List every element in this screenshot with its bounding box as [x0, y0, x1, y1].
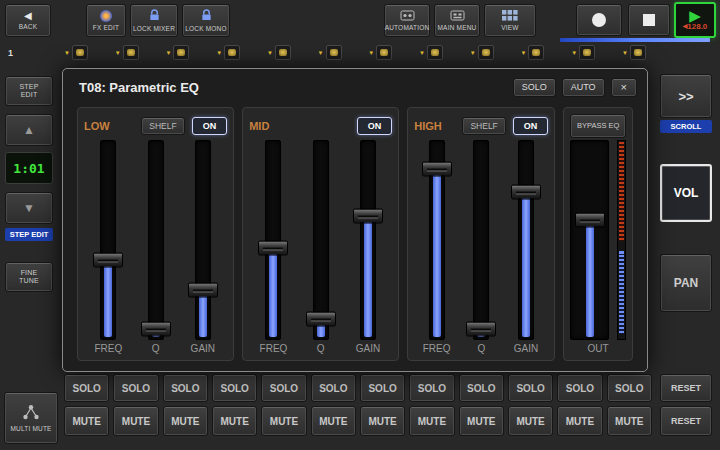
solo-button[interactable]: SOLO [311, 374, 356, 402]
stop-button[interactable] [628, 4, 670, 36]
mute-button[interactable]: MUTE [459, 406, 504, 436]
mute-button[interactable]: MUTE [113, 406, 158, 436]
mid-on-button[interactable]: ON [357, 117, 393, 135]
slider-track[interactable] [570, 140, 609, 340]
solo-button[interactable]: SOLO [360, 374, 405, 402]
solo-button[interactable]: SOLO [212, 374, 257, 402]
slider-handle[interactable] [306, 312, 336, 327]
low-shelf-button[interactable]: SHELF [141, 117, 184, 135]
slider-handle[interactable] [466, 322, 496, 337]
low-on-button[interactable]: ON [192, 117, 228, 135]
slider-handle[interactable] [422, 161, 452, 176]
track-pad[interactable]: ▼ [419, 45, 449, 60]
slider-handle[interactable] [258, 240, 288, 255]
slider-track[interactable] [195, 140, 211, 340]
track-pad[interactable]: ▼ [165, 45, 195, 60]
solo-button[interactable]: SOLO [113, 374, 158, 402]
slider-handle[interactable] [353, 209, 383, 224]
slider-track[interactable] [100, 140, 116, 340]
pan-tab[interactable]: PAN [660, 254, 712, 312]
play-button[interactable]: ▶ ◀128.0 [674, 2, 716, 38]
track-pad[interactable]: ▼ [571, 45, 601, 60]
track-pad[interactable]: ▼ [622, 45, 652, 60]
mid-gain-slider[interactable]: GAIN [345, 140, 391, 356]
track-pad[interactable]: ▼ [267, 45, 297, 60]
step-down-button[interactable]: ▼ [5, 192, 53, 224]
eq-auto-button[interactable]: AUTO [562, 78, 605, 97]
fx-edit-icon [100, 10, 112, 22]
mute-button[interactable]: MUTE [261, 406, 306, 436]
vol-tab-selected[interactable]: VOL [660, 164, 712, 222]
high-shelf-button[interactable]: SHELF [462, 117, 505, 135]
solo-button[interactable]: SOLO [607, 374, 652, 402]
solo-button[interactable]: SOLO [64, 374, 109, 402]
step-up-button[interactable]: ▲ [5, 114, 53, 146]
slider-handle[interactable] [188, 282, 218, 297]
scroll-button[interactable]: >> [660, 74, 712, 118]
mute-button[interactable]: MUTE [607, 406, 652, 436]
low-gain-slider[interactable]: GAIN [180, 140, 226, 356]
solo-button[interactable]: SOLO [557, 374, 602, 402]
step-edit-button[interactable]: STEP EDIT [5, 76, 53, 106]
solo-button[interactable]: SOLO [163, 374, 208, 402]
slider-track[interactable] [518, 140, 534, 340]
slider-track[interactable] [148, 140, 164, 340]
track-pad[interactable]: ▼ [368, 45, 398, 60]
slider-track[interactable] [473, 140, 489, 340]
track-pad[interactable]: ▼ [115, 45, 145, 60]
automation-button[interactable]: AUTOMATION [384, 4, 430, 37]
solo-button[interactable]: SOLO [508, 374, 553, 402]
slider-track[interactable] [265, 140, 281, 340]
track-pad[interactable]: ▼ [64, 45, 94, 60]
reset-mute-button[interactable]: RESET [660, 406, 712, 436]
low-freq-slider[interactable]: FREQ [85, 140, 131, 356]
drum-pad-icon [72, 45, 88, 60]
out-slider[interactable] [570, 140, 626, 340]
fine-tune-button[interactable]: FINE TUNE [5, 262, 53, 292]
reset-solo-button[interactable]: RESET [660, 374, 712, 402]
slider-track[interactable] [360, 140, 376, 340]
lock-mono-button[interactable]: LOCK MONO [182, 4, 230, 37]
slider-track[interactable] [429, 140, 445, 340]
mute-button[interactable]: MUTE [163, 406, 208, 436]
solo-row: SOLO SOLO SOLO SOLO SOLO SOLO SOLO SOLO … [64, 374, 652, 402]
high-gain-slider[interactable]: GAIN [504, 140, 549, 356]
automation-icon [400, 10, 415, 22]
high-q-slider[interactable]: Q [459, 140, 504, 356]
high-freq-slider[interactable]: FREQ [414, 140, 459, 356]
bypass-eq-button[interactable]: BYPASS EQ [570, 114, 626, 138]
lock-mixer-button[interactable]: LOCK MIXER [130, 4, 178, 37]
multi-mute-button[interactable]: MULTI MUTE [4, 392, 58, 444]
track-pad[interactable]: ▼ [520, 45, 550, 60]
mid-freq-slider[interactable]: FREQ [250, 140, 296, 356]
solo-button[interactable]: SOLO [459, 374, 504, 402]
high-on-button[interactable]: ON [513, 117, 549, 135]
slider-handle[interactable] [575, 213, 605, 228]
track-pad[interactable]: ▼ [216, 45, 246, 60]
slider-track[interactable] [313, 140, 329, 340]
view-button[interactable]: VIEW [484, 4, 536, 37]
track-pad[interactable]: ▼ [318, 45, 348, 60]
mute-button[interactable]: MUTE [212, 406, 257, 436]
close-icon[interactable]: × [611, 78, 637, 97]
eq-solo-button[interactable]: SOLO [513, 78, 556, 97]
mute-button[interactable]: MUTE [311, 406, 356, 436]
mute-button[interactable]: MUTE [409, 406, 454, 436]
solo-button[interactable]: SOLO [409, 374, 454, 402]
slider-handle[interactable] [93, 252, 123, 267]
mute-button[interactable]: MUTE [557, 406, 602, 436]
fx-edit-button[interactable]: FX EDIT [86, 4, 126, 37]
out-label: OUT [570, 340, 626, 356]
mid-q-slider[interactable]: Q [298, 140, 344, 356]
main-menu-button[interactable]: MAIN MENU [434, 4, 480, 37]
low-q-slider[interactable]: Q [133, 140, 179, 356]
record-button[interactable] [576, 4, 622, 36]
slider-handle[interactable] [511, 185, 541, 200]
slider-handle[interactable] [141, 322, 171, 337]
mute-button[interactable]: MUTE [360, 406, 405, 436]
back-button[interactable]: ◀ BACK [5, 4, 51, 37]
solo-button[interactable]: SOLO [261, 374, 306, 402]
mute-button[interactable]: MUTE [64, 406, 109, 436]
mute-button[interactable]: MUTE [508, 406, 553, 436]
track-pad[interactable]: ▼ [470, 45, 500, 60]
